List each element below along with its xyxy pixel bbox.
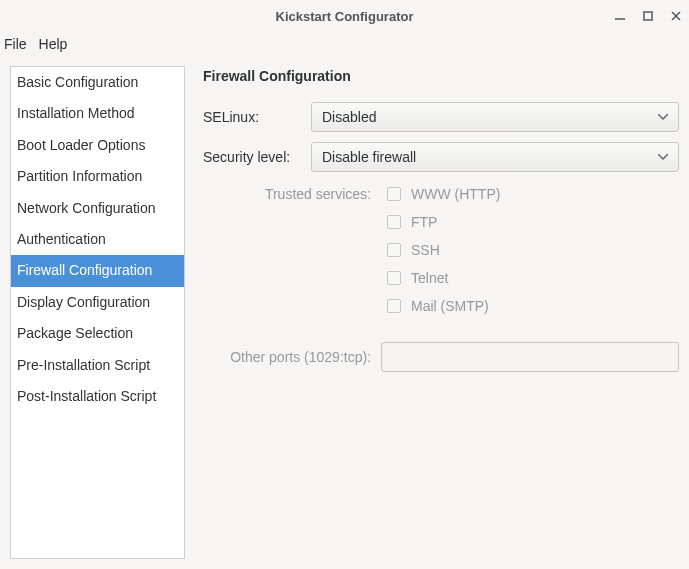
sidebar-item-label: Post-Installation Script	[17, 388, 156, 404]
sidebar-item-post-installation-script[interactable]: Post-Installation Script	[11, 381, 184, 412]
sidebar-item-label: Partition Information	[17, 168, 142, 184]
other-ports-row: Other ports (1029:tcp):	[203, 342, 679, 372]
checkbox-icon	[387, 271, 401, 285]
service-label: FTP	[411, 214, 437, 230]
sidebar-item-label: Display Configuration	[17, 294, 150, 310]
security-level-combo[interactable]: Disable firewall	[311, 142, 679, 172]
checkbox-icon	[387, 243, 401, 257]
maximize-icon[interactable]	[641, 9, 655, 23]
sidebar-item-label: Package Selection	[17, 325, 133, 341]
sidebar-item-label: Network Configuration	[17, 200, 156, 216]
service-label: Mail (SMTP)	[411, 298, 489, 314]
selinux-value: Disabled	[322, 109, 376, 125]
selinux-row: SELinux: Disabled	[203, 102, 679, 132]
trusted-services-list: WWW (HTTP) FTP SSH Telnet Mail (SMTP)	[381, 186, 679, 314]
checkbox-icon	[387, 187, 401, 201]
sidebar-item-label: Firewall Configuration	[17, 262, 152, 278]
content: Basic Configuration Installation Method …	[0, 56, 689, 569]
sidebar-item-partition-information[interactable]: Partition Information	[11, 161, 184, 192]
service-telnet[interactable]: Telnet	[387, 270, 679, 286]
menu-file[interactable]: File	[4, 36, 27, 52]
chevron-down-icon	[658, 114, 668, 120]
service-label: Telnet	[411, 270, 448, 286]
service-mail-smtp[interactable]: Mail (SMTP)	[387, 298, 679, 314]
service-ftp[interactable]: FTP	[387, 214, 679, 230]
window-title: Kickstart Configurator	[276, 9, 414, 24]
other-ports-input[interactable]	[381, 342, 679, 372]
page-title: Firewall Configuration	[203, 68, 679, 84]
menubar: File Help	[0, 32, 689, 56]
trusted-services-label: Trusted services:	[203, 186, 381, 314]
sidebar-item-label: Authentication	[17, 231, 106, 247]
close-icon[interactable]	[669, 9, 683, 23]
chevron-down-icon	[658, 154, 668, 160]
selinux-combo[interactable]: Disabled	[311, 102, 679, 132]
sidebar-item-boot-loader-options[interactable]: Boot Loader Options	[11, 130, 184, 161]
selinux-label: SELinux:	[203, 109, 311, 125]
sidebar-item-label: Basic Configuration	[17, 74, 138, 90]
checkbox-icon	[387, 299, 401, 313]
sidebar-item-label: Boot Loader Options	[17, 137, 145, 153]
security-level-row: Security level: Disable firewall	[203, 142, 679, 172]
minimize-icon[interactable]	[613, 9, 627, 23]
checkbox-icon	[387, 215, 401, 229]
sidebar-item-authentication[interactable]: Authentication	[11, 224, 184, 255]
security-level-value: Disable firewall	[322, 149, 416, 165]
titlebar: Kickstart Configurator	[0, 0, 689, 32]
svg-rect-1	[644, 12, 652, 20]
trusted-services-section: Trusted services: WWW (HTTP) FTP SSH Tel…	[203, 186, 679, 314]
sidebar-item-installation-method[interactable]: Installation Method	[11, 98, 184, 129]
window-controls	[613, 0, 683, 32]
main-panel: Firewall Configuration SELinux: Disabled…	[203, 66, 679, 559]
sidebar: Basic Configuration Installation Method …	[10, 66, 185, 559]
sidebar-item-label: Pre-Installation Script	[17, 357, 150, 373]
other-ports-label: Other ports (1029:tcp):	[203, 349, 381, 365]
service-label: WWW (HTTP)	[411, 186, 500, 202]
sidebar-item-firewall-configuration[interactable]: Firewall Configuration	[11, 255, 184, 286]
service-label: SSH	[411, 242, 440, 258]
security-level-label: Security level:	[203, 149, 311, 165]
sidebar-item-basic-configuration[interactable]: Basic Configuration	[11, 67, 184, 98]
service-ssh[interactable]: SSH	[387, 242, 679, 258]
sidebar-item-label: Installation Method	[17, 105, 135, 121]
menu-help[interactable]: Help	[39, 36, 68, 52]
sidebar-item-pre-installation-script[interactable]: Pre-Installation Script	[11, 350, 184, 381]
sidebar-item-display-configuration[interactable]: Display Configuration	[11, 287, 184, 318]
sidebar-item-network-configuration[interactable]: Network Configuration	[11, 193, 184, 224]
service-www-http[interactable]: WWW (HTTP)	[387, 186, 679, 202]
sidebar-item-package-selection[interactable]: Package Selection	[11, 318, 184, 349]
